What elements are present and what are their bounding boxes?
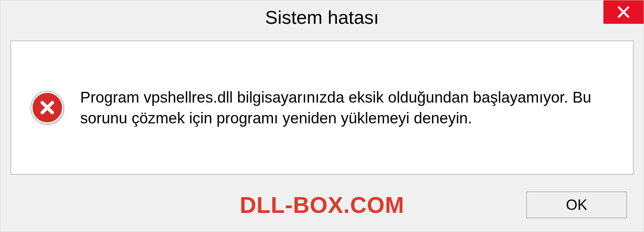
dialog-footer: DLL-BOX.COM OK [0, 181, 644, 232]
dialog-title: Sistem hatası [265, 6, 379, 28]
error-dialog: Sistem hatası Program vpshellres.dll bil… [0, 0, 644, 232]
watermark-text: DLL-BOX.COM [240, 192, 405, 218]
ok-button-label: OK [566, 196, 587, 213]
close-button[interactable] [603, 0, 644, 24]
ok-button[interactable]: OK [526, 191, 627, 218]
titlebar: Sistem hatası [0, 0, 644, 34]
close-icon [617, 1, 630, 23]
error-message: Program vpshellres.dll bilgisayarınızda … [80, 87, 613, 128]
content-panel: Program vpshellres.dll bilgisayarınızda … [10, 41, 634, 175]
error-icon [31, 92, 63, 124]
